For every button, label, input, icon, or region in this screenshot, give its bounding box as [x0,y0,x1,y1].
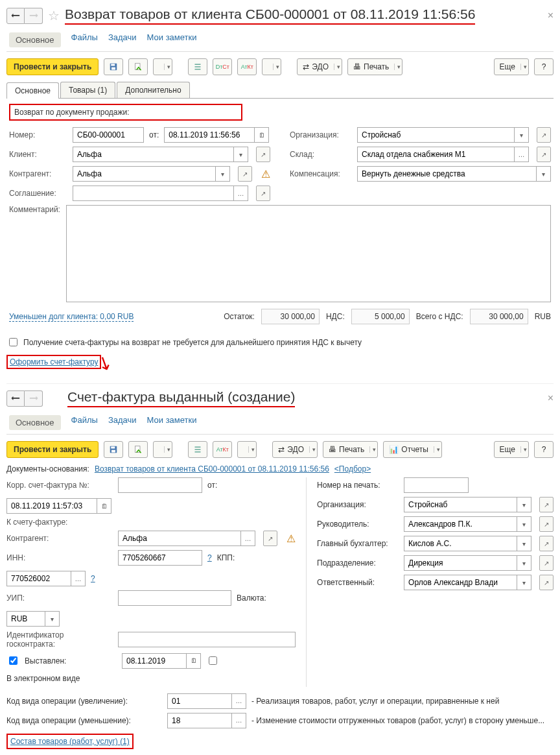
save-button[interactable] [104,441,123,458]
dropdown-icon[interactable]: ▾ [517,536,531,551]
select-icon[interactable]: … [232,693,246,709]
close-icon[interactable]: × [548,10,554,21]
more-button[interactable]: Еще [494,58,529,75]
post-and-close-button[interactable]: Провести и закрыть [6,58,99,75]
agreement-input[interactable] [73,186,234,201]
select-icon[interactable]: … [232,713,246,728]
nav-tab-tasks[interactable]: Задачи [108,415,137,430]
post-button[interactable] [128,58,148,75]
comment-textarea[interactable] [66,205,551,302]
contragent-input[interactable] [73,166,216,182]
open-org-button[interactable]: ↗ [537,127,551,143]
open-warehouse-button[interactable]: ↗ [537,147,551,162]
op-inc-input[interactable] [167,693,232,709]
post-and-close-button[interactable]: Провести и закрыть [6,441,99,458]
back-button[interactable]: 🠔 [6,390,25,407]
open-button[interactable]: ↗ [539,555,554,571]
pick-link[interactable]: <Подбор> [334,464,371,473]
uip-input[interactable] [118,590,231,606]
structure-button[interactable] [188,441,207,458]
nav-tab-main[interactable]: Основное [9,415,61,430]
at-kt-button[interactable]: АтКт [237,58,257,75]
print-button[interactable]: 🖶Печать [323,441,378,458]
dropdown-icon[interactable]: ▾ [234,147,248,162]
settings-button[interactable] [237,441,257,458]
select-icon[interactable]: … [515,147,529,162]
goods-composition-link[interactable]: Состав товаров (работ, услуг) (1) [10,737,130,746]
dropdown-icon[interactable]: ▾ [515,127,529,143]
sf-org-input[interactable] [404,497,517,512]
nav-tab-main[interactable]: Основное [9,32,61,47]
based-on-button[interactable] [153,58,172,75]
client-input[interactable] [73,147,234,162]
select-icon[interactable]: … [71,571,86,586]
edo-button[interactable]: ⇄ЭДО [272,441,318,458]
no-invoice-checkbox[interactable] [9,338,18,346]
dropdown-icon[interactable]: ▾ [517,575,531,590]
reports-button[interactable]: 📊Отчеты [383,441,441,458]
issue-invoice-link[interactable]: Оформить счет-фактуру [10,357,98,366]
calendar-icon[interactable]: 🗓 [255,127,269,143]
nav-tab-notes[interactable]: Мои заметки [147,32,197,47]
open-button[interactable]: ↗ [539,575,554,590]
inn-help-link[interactable]: ? [207,553,212,562]
open-button[interactable]: ↗ [539,536,554,551]
dropdown-icon[interactable]: ▾ [517,497,531,512]
help-button[interactable]: ? [534,441,554,458]
issued-checkbox[interactable] [9,656,18,665]
electronic-checkbox[interactable] [209,656,217,665]
help-button[interactable]: ? [534,58,554,75]
sf-date-input[interactable] [6,498,97,514]
dropdown-icon[interactable]: ▾ [517,516,531,532]
date-input[interactable] [164,127,255,143]
nav-tab-tasks[interactable]: Задачи [108,32,137,47]
select-icon[interactable]: … [241,531,255,546]
back-button[interactable]: 🠔 [6,8,25,24]
edo-button[interactable]: ⇄ЭДО [297,58,342,75]
select-icon[interactable]: … [234,186,248,201]
inn-input[interactable] [118,550,202,566]
more-button[interactable]: Еще [494,441,529,458]
favorite-icon[interactable]: ☆ [48,8,60,23]
basis-link[interactable]: Возврат товаров от клиента СБ00-000001 о… [95,464,329,473]
dropdown-icon[interactable]: ▾ [45,611,60,627]
at-kt-button[interactable]: АтКт [213,441,232,458]
dt-cr-button[interactable]: DтCт [213,58,232,75]
doc-tab-goods[interactable]: Товары (1) [60,82,115,98]
kpp-help-link[interactable]: ? [91,574,95,583]
print-button[interactable]: 🖶Печать [347,58,402,75]
structure-button[interactable] [188,58,207,75]
responsible-input[interactable] [404,575,517,590]
kpp-input[interactable] [6,571,71,586]
issued-date-input[interactable] [122,653,187,669]
org-input[interactable] [357,127,515,143]
compensation-input[interactable] [357,166,537,182]
nav-tab-files[interactable]: Файлы [71,415,98,430]
op-dec-input[interactable] [167,713,232,728]
return-by-doc-field[interactable]: Возврат по документу продажи: [9,104,242,121]
open-client-button[interactable]: ↗ [256,147,270,162]
based-on-button[interactable] [153,441,172,458]
doc-tab-extra[interactable]: Дополнительно [117,82,189,98]
calendar-icon[interactable]: 🗓 [97,498,111,514]
contract-id-input[interactable] [118,632,296,647]
currency-input[interactable] [6,611,45,627]
corr-no-input[interactable] [118,477,202,493]
settings-button[interactable] [262,58,281,75]
open-button[interactable]: ↗ [539,497,554,512]
nav-tab-files[interactable]: Файлы [71,32,98,47]
save-button[interactable] [104,58,123,75]
warehouse-input[interactable] [357,147,515,162]
doc-tab-main[interactable]: Основное [6,82,59,99]
dropdown-icon[interactable]: ▾ [216,166,230,182]
open-agreement-button[interactable]: ↗ [256,186,270,201]
dept-input[interactable] [404,555,517,571]
dropdown-icon[interactable]: ▾ [517,555,531,571]
number-input[interactable] [73,127,144,143]
forward-button[interactable]: 🠖 [25,8,43,24]
dropdown-icon[interactable]: ▾ [537,166,551,182]
open-button[interactable]: ↗ [539,516,554,532]
open-contragent-button[interactable]: ↗ [263,531,277,546]
nav-tab-notes[interactable]: Мои заметки [147,415,197,430]
sf-contragent-input[interactable] [118,531,241,546]
